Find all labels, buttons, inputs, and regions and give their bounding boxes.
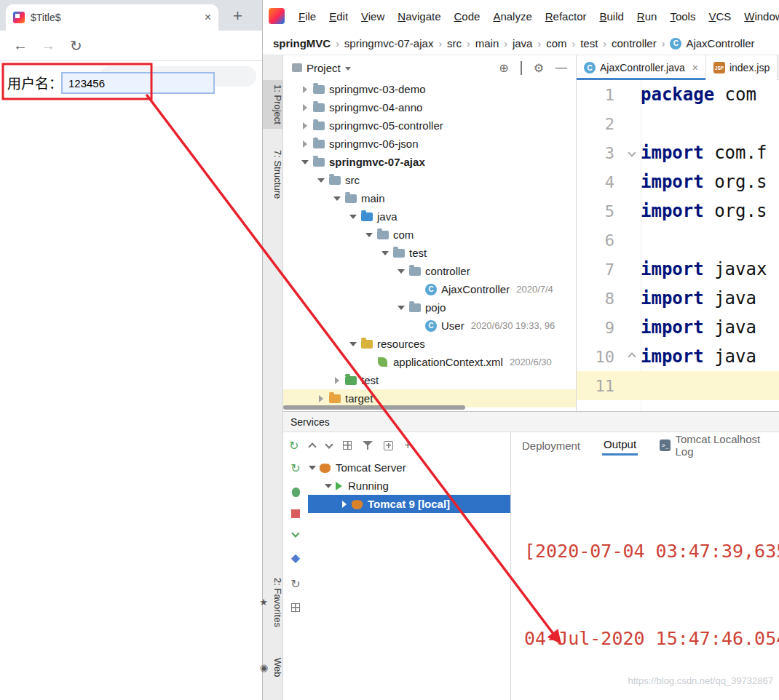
code-line-current[interactable]: 11: [577, 371, 779, 400]
chevron-collapsed-icon[interactable]: [333, 377, 341, 384]
fold-marker-icon[interactable]: [623, 354, 641, 359]
chevron-expanded-icon[interactable]: [324, 484, 333, 488]
tree-item-package[interactable]: test: [283, 244, 576, 262]
close-tab-icon[interactable]: ×: [205, 12, 211, 23]
tree-item-module[interactable]: springmvc-07-ajax: [283, 153, 576, 171]
menu-tools[interactable]: Tools: [663, 7, 702, 25]
code-line[interactable]: 4import org.s: [577, 167, 779, 196]
tree-item-tomcat9-local[interactable]: Tomcat 9 [local]: [308, 495, 510, 513]
breadcrumb-item[interactable]: java: [513, 37, 533, 49]
toolbutton-favorites[interactable]: 2: Favorites ★: [263, 573, 283, 632]
tree-item-package[interactable]: com: [283, 226, 576, 244]
tree-item-source-root[interactable]: java: [283, 207, 576, 226]
tree-item-test-root[interactable]: test: [283, 371, 576, 389]
code-line[interactable]: 1package com: [577, 80, 779, 109]
breadcrumb-item[interactable]: main: [475, 37, 499, 49]
tab-output[interactable]: Output: [602, 435, 638, 456]
stop-icon[interactable]: [291, 509, 300, 518]
tree-item-module[interactable]: springmvc-05-controller: [283, 116, 576, 135]
tree-item-tomcat-server[interactable]: Tomcat Server: [308, 458, 510, 477]
tree-item-class[interactable]: CUser2020/6/30 19:33, 96: [283, 317, 576, 335]
breadcrumb-item[interactable]: src: [447, 37, 462, 49]
line-number[interactable]: 7: [577, 260, 623, 279]
chevron-expanded-icon[interactable]: [349, 342, 357, 346]
close-tab-icon[interactable]: ×: [692, 62, 698, 73]
breadcrumb-item[interactable]: test: [580, 37, 598, 49]
chevron-down-icon[interactable]: [345, 67, 351, 71]
locate-file-icon[interactable]: ⊕: [499, 61, 508, 75]
menu-window[interactable]: Window: [738, 7, 779, 25]
menu-vcs[interactable]: VCS: [702, 7, 738, 25]
line-number[interactable]: 9: [577, 319, 623, 337]
menu-code[interactable]: Code: [448, 7, 487, 25]
settings-gear-icon[interactable]: ⚙: [534, 61, 544, 75]
breadcrumb-item[interactable]: controller: [612, 37, 657, 49]
chevron-collapsed-icon[interactable]: [340, 501, 349, 508]
chevron-expanded-icon[interactable]: [317, 178, 325, 183]
new-tab-button[interactable]: +: [233, 7, 242, 25]
tree-item-module[interactable]: springmvc-03-demo: [283, 80, 576, 98]
line-number[interactable]: 6: [577, 231, 623, 250]
back-icon[interactable]: ←: [13, 37, 28, 54]
code-line[interactable]: 8import java: [577, 284, 779, 313]
line-number[interactable]: 5: [577, 202, 623, 220]
console-output[interactable]: [2020-07-04 03:47:39,635 04-Jul-2020 15:…: [511, 479, 779, 700]
toolbutton-web[interactable]: Web ◉: [263, 653, 283, 682]
chevron-expanded-icon[interactable]: [397, 269, 406, 274]
chevron-collapsed-icon[interactable]: [317, 395, 325, 402]
collapse-all-icon[interactable]: [309, 442, 315, 450]
fold-marker-icon[interactable]: [623, 150, 641, 156]
menu-refactor[interactable]: Refactor: [539, 7, 593, 25]
tree-item-running[interactable]: Running: [308, 477, 510, 495]
debug-icon[interactable]: [292, 488, 300, 497]
tree-item-module[interactable]: springmvc-04-anno: [283, 98, 576, 116]
browser-tab[interactable]: $Title$ ×: [6, 4, 218, 31]
breadcrumb-item-class[interactable]: AjaxController: [686, 37, 754, 49]
toolbutton-project[interactable]: 1: Project: [263, 80, 283, 129]
line-number[interactable]: 3: [577, 144, 623, 162]
tree-item-package[interactable]: controller: [283, 262, 576, 280]
group-by-icon[interactable]: [343, 441, 352, 450]
tree-item-folder[interactable]: main: [283, 189, 576, 207]
plus-icon[interactable]: +: [404, 439, 411, 452]
breadcrumb-item[interactable]: springmvc-07-ajax: [344, 37, 434, 49]
layout-icon[interactable]: [291, 603, 300, 612]
reload-icon[interactable]: ↻: [70, 37, 82, 55]
line-number[interactable]: 2: [577, 115, 623, 133]
collapse-all-icon[interactable]: [521, 61, 522, 74]
filter-icon[interactable]: [363, 441, 373, 450]
code-line[interactable]: 3import com.f: [577, 138, 779, 167]
code-line[interactable]: 10import java: [577, 342, 779, 371]
line-number[interactable]: 11: [577, 377, 623, 395]
horizontal-scrollbar[interactable]: [283, 405, 465, 410]
chevron-expanded-icon[interactable]: [301, 160, 309, 164]
tree-item-folder[interactable]: src: [283, 171, 576, 189]
breadcrumb-item[interactable]: com: [546, 37, 566, 49]
breadcrumb-item[interactable]: springMVC: [273, 37, 331, 49]
menu-view[interactable]: View: [355, 7, 391, 25]
tree-item-resources-root[interactable]: resources: [283, 335, 576, 353]
chevron-collapsed-icon[interactable]: [301, 86, 309, 93]
chevron-expanded-icon[interactable]: [397, 306, 406, 310]
chevron-collapsed-icon[interactable]: [301, 122, 309, 130]
gem-icon[interactable]: ◆: [291, 551, 300, 565]
editor-tab-indexjsp[interactable]: JSP index.jsp: [706, 55, 778, 80]
username-input[interactable]: [61, 72, 215, 94]
chevron-collapsed-icon[interactable]: [301, 104, 309, 111]
chevron-expanded-icon[interactable]: [365, 233, 373, 237]
menu-navigate[interactable]: Navigate: [391, 7, 447, 25]
tree-item-xml-file[interactable]: applicationContext.xml2020/6/30: [283, 353, 576, 371]
chevron-expanded-icon[interactable]: [349, 215, 357, 219]
code-line[interactable]: 5import org.s: [577, 196, 779, 226]
project-view-selector[interactable]: Project: [307, 62, 341, 74]
menu-analyze[interactable]: Analyze: [486, 7, 538, 25]
line-number[interactable]: 4: [577, 173, 623, 191]
line-number[interactable]: 1: [577, 86, 623, 104]
line-number[interactable]: 8: [577, 290, 623, 308]
forward-icon[interactable]: →: [41, 37, 55, 54]
line-number[interactable]: 10: [577, 348, 623, 366]
expand-all-icon[interactable]: [326, 442, 332, 450]
menu-build[interactable]: Build: [593, 7, 630, 25]
chevron-expanded-icon[interactable]: [333, 196, 341, 201]
code-line[interactable]: 7import javax: [577, 255, 779, 284]
